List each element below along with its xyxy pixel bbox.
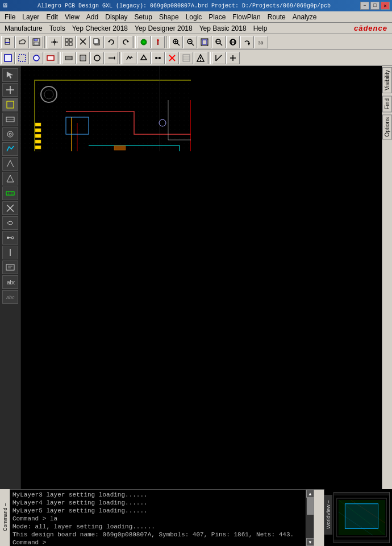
- tb-zoom-in[interactable]: [169, 36, 183, 48]
- tb-new[interactable]: [1, 36, 15, 48]
- menu-flowplan[interactable]: FlowPlan: [229, 13, 264, 22]
- lt-tool7[interactable]: [2, 157, 18, 171]
- lt-select[interactable]: [2, 68, 18, 82]
- lt-tool5[interactable]: [2, 127, 18, 141]
- tb-zoom-prev[interactable]: [212, 36, 226, 48]
- svg-point-42: [34, 55, 39, 61]
- svg-point-19: [143, 41, 145, 43]
- tb-cut[interactable]: [76, 36, 90, 48]
- menu-manufacture[interactable]: Manufacture: [1, 24, 46, 33]
- svg-rect-40: [5, 55, 11, 61]
- tb-3d[interactable]: 3D: [255, 36, 268, 48]
- svg-text:3D: 3D: [258, 40, 264, 46]
- pcb-canvas[interactable]: U14 U22 U31 U11 U18 U25: [20, 66, 382, 489]
- tb-zoom-out[interactable]: [184, 36, 197, 48]
- menu-file[interactable]: File: [1, 13, 19, 22]
- tb2-v13[interactable]: [180, 52, 193, 64]
- tb-zoom-fit[interactable]: [198, 36, 211, 48]
- window-controls[interactable]: – □ ✕: [360, 2, 390, 10]
- lt-tool9[interactable]: [2, 187, 18, 200]
- lt-tool2[interactable]: [2, 83, 18, 97]
- tb2-arrow[interactable]: [105, 52, 118, 64]
- toolbar-2: [0, 50, 392, 66]
- svg-point-74: [9, 133, 11, 135]
- scroll-down-button[interactable]: ▼: [306, 538, 314, 546]
- close-button[interactable]: ✕: [381, 2, 390, 10]
- lt-tool6[interactable]: [2, 142, 18, 156]
- tb2-select1[interactable]: [1, 52, 15, 64]
- tb2-select3[interactable]: [30, 52, 43, 64]
- lt-tool12[interactable]: [2, 231, 18, 245]
- console-log[interactable]: MyLayer3 layer setting loading...... MyL…: [10, 490, 306, 546]
- tb2-v10[interactable]: [137, 52, 151, 64]
- window-title: Allegro PCB Design GXL (legacy): 069g0p0…: [37, 3, 331, 9]
- tb-open[interactable]: [15, 36, 29, 48]
- lt-tool8[interactable]: [2, 172, 18, 185]
- tb-grid[interactable]: [62, 36, 76, 48]
- svg-point-48: [94, 55, 100, 61]
- tab-options[interactable]: Options: [382, 114, 392, 139]
- tb2-circle[interactable]: [90, 52, 104, 64]
- tab-visibility[interactable]: Visibility: [382, 67, 392, 93]
- tb2-select2[interactable]: [15, 52, 29, 64]
- lt-tool13[interactable]: [2, 246, 18, 259]
- tb-save[interactable]: [30, 36, 43, 48]
- menu-view[interactable]: View: [61, 13, 83, 22]
- tb-zoom-world[interactable]: [226, 36, 240, 48]
- scroll-up-button[interactable]: ▲: [306, 490, 314, 498]
- lt-tool14[interactable]: [2, 260, 18, 274]
- tb2-v5[interactable]: [62, 52, 76, 64]
- menu-yep-basic[interactable]: Yep Basic 2018: [196, 24, 250, 33]
- minimize-button[interactable]: –: [360, 2, 369, 10]
- svg-line-27: [191, 43, 194, 46]
- svg-line-63: [216, 55, 222, 61]
- tb2-v14[interactable]: [194, 52, 207, 64]
- menu-edit[interactable]: Edit: [43, 13, 61, 22]
- menu-place[interactable]: Place: [205, 13, 229, 22]
- tb-undo[interactable]: [105, 36, 118, 48]
- tb-refresh[interactable]: [240, 36, 254, 48]
- menu-analyze[interactable]: Analyze: [289, 13, 320, 22]
- menu-setup[interactable]: Setup: [131, 13, 156, 22]
- scroll-thumb[interactable]: [307, 498, 314, 515]
- lt-tool4[interactable]: [2, 113, 18, 126]
- console-scrollbar[interactable]: ▲ ▼: [306, 490, 314, 546]
- menu-layer[interactable]: Layer: [19, 13, 43, 22]
- svg-marker-67: [7, 72, 13, 78]
- svg-rect-30: [202, 40, 207, 44]
- menu-route[interactable]: Route: [264, 13, 289, 22]
- console-line-6: This design board name: 069g0p080807A, S…: [12, 531, 303, 539]
- tb-redo[interactable]: [119, 36, 132, 48]
- lt-text2[interactable]: abc: [2, 290, 18, 304]
- tb2-v6[interactable]: [76, 52, 90, 64]
- menu-tools[interactable]: Tools: [46, 24, 69, 33]
- tb2-v16[interactable]: [226, 52, 240, 64]
- svg-rect-119: [114, 146, 126, 150]
- menu-help[interactable]: Help: [250, 24, 271, 33]
- maximize-button[interactable]: □: [370, 2, 380, 10]
- menu-add[interactable]: Add: [83, 13, 102, 22]
- tb2-v11[interactable]: [151, 52, 165, 64]
- menu-shape[interactable]: Shape: [156, 13, 182, 22]
- tb2-v9[interactable]: [123, 52, 136, 64]
- lt-tool11[interactable]: [2, 216, 18, 230]
- menu-yep-designer[interactable]: Yep Designer 2018: [131, 24, 196, 33]
- menu-yep-checker[interactable]: Yep Checker 2018: [69, 24, 131, 33]
- tb-sep-2: [134, 36, 136, 48]
- lt-tool3[interactable]: [2, 98, 18, 111]
- menu-display[interactable]: Display: [102, 13, 131, 22]
- tb-snap[interactable]: [48, 36, 61, 48]
- lt-text1[interactable]: abc: [2, 275, 18, 289]
- lt-tool10[interactable]: [2, 201, 18, 215]
- menu-logic[interactable]: Logic: [182, 13, 206, 22]
- svg-marker-17: [127, 41, 129, 43]
- tb-ratsnest[interactable]: [137, 36, 151, 48]
- svg-rect-11: [69, 43, 72, 46]
- tb-pin[interactable]: [151, 36, 165, 48]
- tb-copy[interactable]: [90, 36, 104, 48]
- tb2-select4[interactable]: [44, 52, 57, 64]
- tb2-v12[interactable]: [165, 52, 179, 64]
- console-area: MyLayer3 layer setting loading...... MyL…: [10, 489, 324, 546]
- tab-find[interactable]: Find: [382, 96, 392, 112]
- tb2-v15[interactable]: [212, 52, 226, 64]
